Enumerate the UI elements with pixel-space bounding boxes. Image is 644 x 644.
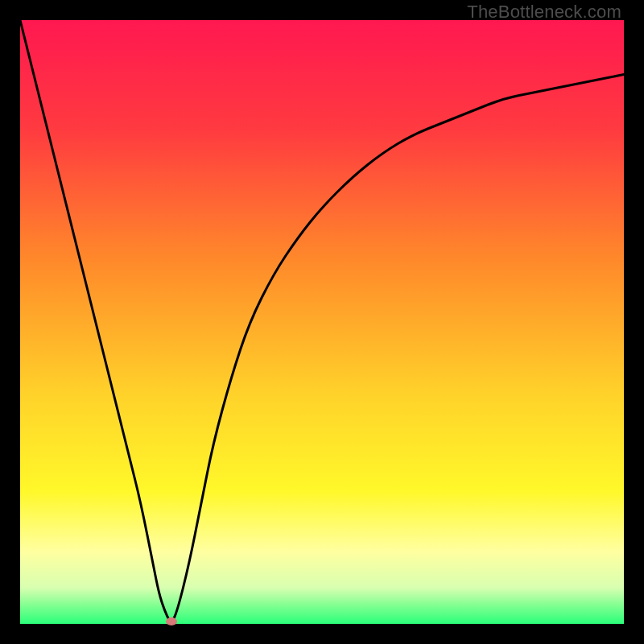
minimum-marker [166,617,177,625]
chart-frame [20,20,624,624]
bottleneck-curve [20,20,624,624]
watermark-text: TheBottleneck.com [467,2,621,23]
